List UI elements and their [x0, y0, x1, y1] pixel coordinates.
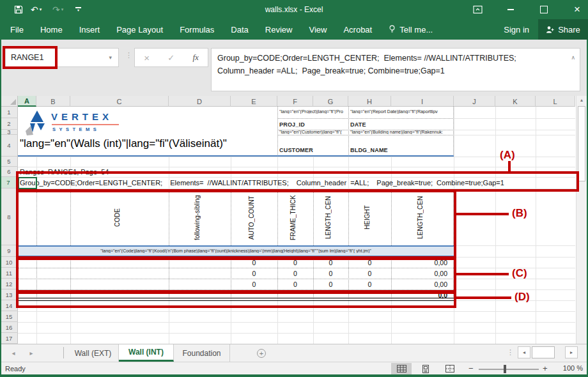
cell-A4-title[interactable]: "lang="en"(Walls (int)"|lang="fi"(Välise…	[20, 137, 227, 150]
cell-F11[interactable]: 0	[277, 270, 313, 277]
row-header-10[interactable]: 10	[0, 257, 18, 268]
formula-bar-input[interactable]: Group_by=CODE;Order=LENGTH_CENTER; Eleme…	[211, 48, 580, 91]
cell-A7[interactable]: Group_by=CODE;Order=LENGTH_CENTER; Eleme…	[20, 179, 504, 187]
column-title-height[interactable]: HEIGHT	[364, 191, 375, 244]
column-header-C[interactable]: C	[70, 96, 169, 107]
row-header-16[interactable]: 16	[0, 322, 18, 333]
row-header-5[interactable]: 5	[0, 157, 18, 167]
column-header-K[interactable]: K	[495, 96, 536, 107]
name-box-dropdown-icon[interactable]: ▾	[109, 54, 112, 61]
cell-A6[interactable]: Ranges RANGE1, Page 54	[20, 168, 109, 176]
sheet-tab-foundation[interactable]: Foundation	[174, 344, 230, 362]
cell-E10[interactable]: 0	[231, 259, 277, 266]
cell-H10[interactable]: 0	[348, 259, 391, 266]
cell-I11[interactable]: 0,00	[391, 270, 447, 277]
view-page-break-button[interactable]	[440, 363, 460, 374]
row-header-4[interactable]: 4	[0, 135, 18, 157]
tab-page-layout[interactable]: Page Layout	[108, 19, 171, 40]
cell-H4[interactable]: BLDG_NAME	[350, 147, 388, 153]
column-title-frame-thick[interactable]: FRAME_THICK	[290, 191, 301, 244]
cell-I12[interactable]: 0,00	[391, 281, 447, 288]
column-header-I[interactable]: I	[391, 96, 454, 107]
zoom-in-button[interactable]: +	[543, 364, 548, 373]
row-header-3[interactable]: 3	[0, 130, 18, 135]
cancel-icon[interactable]: ×	[144, 52, 150, 63]
cell-row9-labels[interactable]: "lang="en"(Code)|lang="fi"(Koodi)'n"(Bom…	[18, 249, 454, 253]
ribbon-display-options-button[interactable]	[467, 0, 488, 19]
cell-G11[interactable]: 0	[313, 270, 348, 277]
close-button[interactable]: ×	[566, 0, 588, 19]
tab-review[interactable]: Review	[257, 19, 301, 40]
zoom-slider-handle[interactable]	[504, 365, 506, 373]
row-header-12[interactable]: 12	[0, 279, 18, 289]
zoom-percentage[interactable]: 100 %	[555, 364, 583, 372]
select-all-corner[interactable]	[0, 96, 18, 107]
tab-insert[interactable]: Insert	[71, 19, 109, 40]
row-header-17[interactable]: 17	[0, 333, 18, 344]
cell-F3[interactable]: "lang="en"(Customer)|lang="fi"(	[279, 130, 346, 134]
cell-H3[interactable]: "lang="en"(Building name)|lang="fi"(Rake…	[350, 130, 453, 134]
row-header-9[interactable]: 9	[0, 245, 18, 257]
cell-F2[interactable]: PROJ_ID	[279, 121, 305, 128]
row-header-6[interactable]: 6	[0, 167, 18, 177]
column-header-E[interactable]: E	[231, 96, 277, 107]
view-page-layout-button[interactable]	[415, 363, 436, 374]
column-header-F[interactable]: F	[277, 96, 313, 107]
sheet-nav-next-icon[interactable]: ▸	[27, 344, 36, 362]
row-header-15[interactable]: 15	[0, 311, 18, 322]
column-title-length-cen-1[interactable]: LENGTH_CEN	[325, 191, 336, 244]
sheet-tab-wall-int[interactable]: Wall (INT)	[119, 344, 174, 362]
sheet-nav-prev-icon[interactable]: ◂	[9, 344, 18, 362]
vertical-scrollbar[interactable]: ▴	[576, 96, 587, 344]
enter-icon[interactable]: ✓	[167, 53, 174, 63]
cell-E11[interactable]: 0	[231, 270, 277, 277]
tab-view[interactable]: View	[300, 19, 335, 40]
cell-G12[interactable]: 0	[313, 281, 348, 288]
column-header-H[interactable]: H	[348, 96, 391, 107]
row-header-7[interactable]: 7	[0, 177, 18, 188]
column-header-L[interactable]: L	[536, 96, 575, 107]
row-header-13[interactable]: 13	[0, 289, 18, 300]
cell-F12[interactable]: 0	[277, 281, 313, 288]
column-title-code[interactable]: CODE	[114, 191, 125, 244]
hscroll-left-button[interactable]: ◂	[518, 346, 530, 358]
view-normal-button[interactable]	[391, 363, 412, 374]
collapse-formula-bar-icon[interactable]: ∧	[571, 51, 575, 64]
new-sheet-button[interactable]: +	[257, 349, 266, 358]
hscroll-right-button[interactable]: ▸	[565, 346, 578, 358]
column-title-length-cen-2[interactable]: LENGTH_CEN	[417, 191, 428, 244]
cell-H1[interactable]: "lang="en"(Report Date)|lang="fi"(Raport…	[350, 109, 453, 114]
row-header-1[interactable]: 1	[0, 107, 18, 118]
zoom-slider-track[interactable]	[479, 369, 539, 370]
cell-H2[interactable]: DATE	[350, 121, 366, 128]
sheet-tab-wall-ext[interactable]: Wall (EXT)	[68, 344, 119, 362]
cell-E12[interactable]: 0	[231, 281, 277, 288]
cell-G10[interactable]: 0	[313, 259, 348, 266]
cell-F4[interactable]: CUSTOMER	[279, 147, 313, 153]
column-header-G[interactable]: G	[313, 96, 348, 107]
cell-F10[interactable]: 0	[277, 259, 313, 266]
scroll-up-icon[interactable]: ▴	[576, 97, 587, 103]
column-title-auto-count[interactable]: AUTO_COUNT	[248, 191, 259, 244]
cell-H11[interactable]: 0	[348, 270, 391, 277]
cell-I10[interactable]: 0,00	[391, 259, 447, 266]
vertical-scrollbar-thumb[interactable]	[578, 106, 585, 181]
column-header-B[interactable]: B	[36, 96, 70, 107]
row-header-11[interactable]: 11	[0, 268, 18, 279]
row-header-14[interactable]: 14	[0, 300, 18, 311]
column-header-D[interactable]: D	[169, 96, 231, 107]
row-header-8[interactable]: 8	[0, 188, 18, 245]
minimize-button[interactable]	[500, 0, 522, 19]
column-header-J[interactable]: J	[454, 96, 495, 107]
row-header-2[interactable]: 2	[0, 118, 18, 130]
tab-acrobat[interactable]: Acrobat	[335, 19, 380, 40]
name-box[interactable]: RANGE1 ▾	[5, 48, 119, 67]
share-button[interactable]: Share	[538, 19, 588, 40]
cell-H12[interactable]: 0	[348, 281, 391, 288]
tab-data[interactable]: Data	[222, 19, 256, 40]
cell-F1[interactable]: "lang="en"(Project)|lang="fi"(Pro	[279, 109, 346, 114]
insert-function-icon[interactable]: fx	[192, 52, 198, 63]
tab-formulas[interactable]: Formulas	[171, 19, 222, 40]
tab-file[interactable]: File	[0, 19, 32, 40]
column-title-following-sibling[interactable]: following-sibling	[194, 191, 205, 244]
